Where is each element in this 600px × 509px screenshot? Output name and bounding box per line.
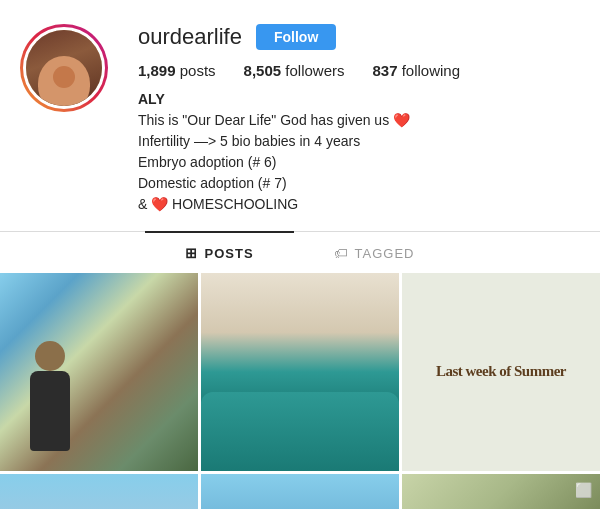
tab-posts[interactable]: ⊞ POSTS bbox=[145, 231, 293, 273]
photo-family bbox=[0, 474, 198, 509]
photo-text-sign: Last week of Summer bbox=[402, 273, 600, 471]
grid-item[interactable]: Last week of Summer bbox=[402, 273, 600, 471]
grid-item[interactable] bbox=[0, 273, 198, 471]
followers-stat[interactable]: 8,505 followers bbox=[244, 62, 345, 79]
bio-section: ALY This is "Our Dear Life" God has give… bbox=[138, 89, 580, 215]
tab-posts-label: POSTS bbox=[204, 246, 253, 261]
grid-item[interactable] bbox=[201, 474, 399, 509]
followers-count: 8,505 bbox=[244, 62, 282, 79]
grid-item[interactable] bbox=[0, 474, 198, 509]
grid-item[interactable] bbox=[201, 273, 399, 471]
tab-tagged-label: TAGGEd bbox=[355, 246, 415, 261]
avatar bbox=[23, 27, 105, 109]
follow-button[interactable]: Follow bbox=[256, 24, 336, 50]
posts-label: posts bbox=[180, 62, 216, 79]
photo-lake bbox=[201, 474, 399, 509]
profile-section: ourdearlife Follow 1,899 posts 8,505 fol… bbox=[0, 0, 600, 231]
stats-row: 1,899 posts 8,505 followers 837 followin… bbox=[138, 62, 580, 79]
photo-beach-boy bbox=[0, 273, 198, 471]
posts-count: 1,899 bbox=[138, 62, 176, 79]
bio-line2: Infertility —> 5 bio babies in 4 years bbox=[138, 131, 580, 152]
avatar-wrapper bbox=[20, 24, 108, 112]
followers-label: followers bbox=[285, 62, 344, 79]
posts-stat[interactable]: 1,899 posts bbox=[138, 62, 216, 79]
profile-top-row: ourdearlife Follow bbox=[138, 24, 580, 50]
following-label: following bbox=[402, 62, 460, 79]
photo-plants bbox=[402, 474, 600, 509]
profile-info: ourdearlife Follow 1,899 posts 8,505 fol… bbox=[138, 24, 580, 215]
bio-line5: & ❤️ HOMESCHOOLING bbox=[138, 194, 580, 215]
tab-tagged[interactable]: 🏷 TAGGEd bbox=[294, 231, 455, 273]
username: ourdearlife bbox=[138, 24, 242, 50]
grid-item[interactable] bbox=[402, 474, 600, 509]
following-stat[interactable]: 837 following bbox=[372, 62, 460, 79]
tag-icon: 🏷 bbox=[334, 245, 349, 261]
following-count: 837 bbox=[372, 62, 397, 79]
tabs-section: ⊞ POSTS 🏷 TAGGEd bbox=[0, 231, 600, 273]
bio-line4: Domestic adoption (# 7) bbox=[138, 173, 580, 194]
grid-icon: ⊞ bbox=[185, 245, 198, 261]
photo-grid: Last week of Summer bbox=[0, 273, 600, 509]
bio-line1: This is "Our Dear Life" God has given us… bbox=[138, 110, 580, 131]
avatar-image bbox=[26, 30, 102, 106]
photo-living-room bbox=[201, 273, 399, 471]
heart-icon: ❤️ bbox=[389, 112, 410, 128]
bio-line3: Embryo adoption (# 6) bbox=[138, 152, 580, 173]
bio-name: ALY bbox=[138, 91, 165, 107]
